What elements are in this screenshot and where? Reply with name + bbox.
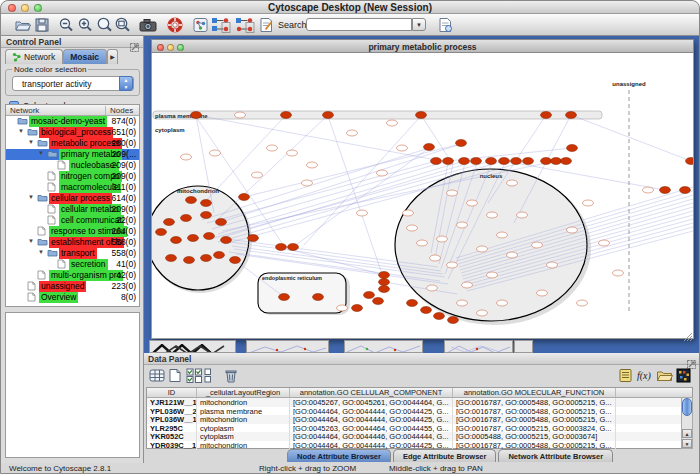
network-node[interactable] (216, 219, 227, 226)
attribute-table-header[interactable]: ID _cellularLayoutRegion annotation.GO C… (147, 388, 692, 398)
network-node[interactable] (541, 112, 552, 119)
network-node-unfilled[interactable] (599, 240, 610, 246)
zoom-out-icon[interactable] (58, 17, 75, 33)
col-id[interactable]: ID (147, 388, 197, 397)
float-panel-icon[interactable] (687, 355, 696, 364)
network-node[interactable] (551, 158, 562, 165)
table-row[interactable]: YPL036W__2plasma membrane[GO:0044464, GO… (147, 407, 692, 416)
minimized-window-fragment[interactable] (246, 340, 329, 353)
network-node-unfilled[interactable] (643, 187, 654, 193)
network-node[interactable] (201, 255, 212, 262)
network-node[interactable] (686, 158, 694, 165)
tree-item-overview[interactable]: Overview8(0) (6, 292, 139, 303)
network-node-unfilled[interactable] (497, 300, 508, 306)
network-node-unfilled[interactable] (613, 270, 624, 276)
attribute-table-icon[interactable] (149, 368, 166, 385)
network-node[interactable] (486, 158, 497, 165)
network-node-unfilled[interactable] (507, 180, 518, 186)
network-node-unfilled[interactable] (181, 154, 192, 160)
layout-a-icon[interactable] (211, 17, 228, 33)
tree-item-establishment-of-lo[interactable]: ▼establishment of lo558(0) (6, 237, 139, 248)
network-node-unfilled[interactable] (497, 232, 508, 238)
open-folder-icon[interactable] (14, 17, 31, 33)
network-node-unfilled[interactable] (403, 210, 414, 216)
minimized-window-fragment[interactable] (149, 340, 236, 353)
tree-item-unassigned[interactable]: unassigned223(0) (6, 281, 139, 292)
new-attribute-icon[interactable] (168, 368, 185, 385)
network-node-unfilled[interactable] (583, 200, 594, 206)
network-node[interactable] (424, 144, 435, 151)
minimized-window-fragment[interactable] (444, 340, 513, 353)
network-edge[interactable] (202, 115, 286, 205)
search-options-dropdown[interactable]: ▼ (412, 18, 426, 31)
network-node[interactable] (181, 215, 192, 222)
function-builder-icon[interactable]: f(x) (636, 368, 653, 385)
network-node-unfilled[interactable] (447, 262, 458, 268)
scroll-down-button[interactable]: ▼ (682, 439, 692, 448)
network-node-unfilled[interactable] (437, 236, 448, 242)
snapshot-camera-icon[interactable] (139, 17, 156, 33)
network-node-unfilled[interactable] (577, 300, 588, 306)
zoom-fit-icon[interactable] (96, 17, 113, 33)
network-node-unfilled[interactable] (547, 262, 558, 268)
tree-item-response-to-stimulu[interactable]: response to stimulu264(0) (6, 226, 139, 237)
network-node-unfilled[interactable] (532, 242, 543, 248)
network-node[interactable] (166, 255, 177, 262)
disclosure-triangle-icon[interactable]: ▼ (38, 150, 44, 156)
network-node-unfilled[interactable] (407, 225, 418, 231)
network-node[interactable] (214, 252, 225, 259)
network-node[interactable] (248, 235, 259, 242)
network-node[interactable] (221, 237, 232, 244)
network-edge[interactable] (196, 115, 436, 160)
network-node-unfilled[interactable] (477, 310, 488, 316)
unselect-attributes-icon[interactable] (204, 368, 221, 385)
network-node-unfilled[interactable] (377, 170, 388, 176)
network-node[interactable] (184, 257, 195, 264)
network-node[interactable] (171, 237, 182, 244)
birds-eye-view[interactable] (5, 312, 140, 458)
import-attributes-folder-icon[interactable] (656, 368, 673, 385)
network-node[interactable] (566, 112, 577, 119)
network-node-unfilled[interactable] (427, 285, 438, 291)
network-node[interactable] (416, 112, 427, 119)
network-node[interactable] (541, 158, 552, 165)
network-node[interactable] (407, 300, 418, 307)
attribute-dropdown[interactable]: transporter activity ▲▼ (12, 76, 134, 91)
tree-item-multi-organism-pro[interactable]: multi-organism pro42(0) (6, 270, 139, 281)
network-node[interactable] (567, 145, 578, 152)
network-edge[interactable] (207, 161, 436, 223)
network-node-unfilled[interactable] (477, 246, 488, 252)
network-canvas[interactable]: plasma membrane cytoplasm mitochondrion … (152, 53, 693, 337)
network-node-unfilled[interactable] (487, 272, 498, 278)
network-node[interactable] (660, 187, 671, 194)
network-node[interactable] (456, 140, 467, 147)
network-node[interactable] (443, 158, 454, 165)
network-node-unfilled[interactable] (447, 190, 458, 196)
tree-item-nitrogen-compo[interactable]: nitrogen compo209(0) (6, 171, 139, 182)
disclosure-triangle-icon[interactable]: ▼ (28, 238, 34, 244)
network-node[interactable] (471, 158, 482, 165)
network-node-unfilled[interactable] (462, 282, 473, 288)
network-node[interactable] (499, 158, 510, 165)
help-ring-icon[interactable] (167, 17, 184, 33)
network-node-unfilled[interactable] (337, 305, 348, 311)
network-node-unfilled[interactable] (287, 150, 298, 156)
select-attributes-icon[interactable] (186, 368, 203, 385)
minimized-window-fragment[interactable] (514, 340, 533, 353)
col-molecular-function[interactable]: annotation.GO MOLECULAR_FUNCTION (453, 388, 616, 397)
network-node[interactable] (156, 229, 167, 236)
network-node-unfilled[interactable] (417, 240, 428, 246)
network-node[interactable] (186, 197, 197, 204)
network-node[interactable] (448, 317, 459, 324)
network-node[interactable] (421, 307, 432, 314)
network-node[interactable] (201, 200, 212, 207)
tree-item-cell-communicat[interactable]: cell communicat22(0) (6, 215, 139, 226)
tree-item-nucleobase-[interactable]: nucleobase-209(0) (6, 160, 139, 171)
network-node[interactable] (379, 272, 390, 279)
network-node[interactable] (188, 235, 199, 242)
network-node[interactable] (352, 305, 363, 312)
network-node[interactable] (288, 244, 299, 251)
tab-node-attribute-browser[interactable]: Node Attribute Browser (287, 449, 391, 462)
tree-item-mosaic-demo-yeast[interactable]: mosaic-demo-yeast874(0) (6, 116, 139, 127)
network-node-unfilled[interactable] (537, 290, 548, 296)
